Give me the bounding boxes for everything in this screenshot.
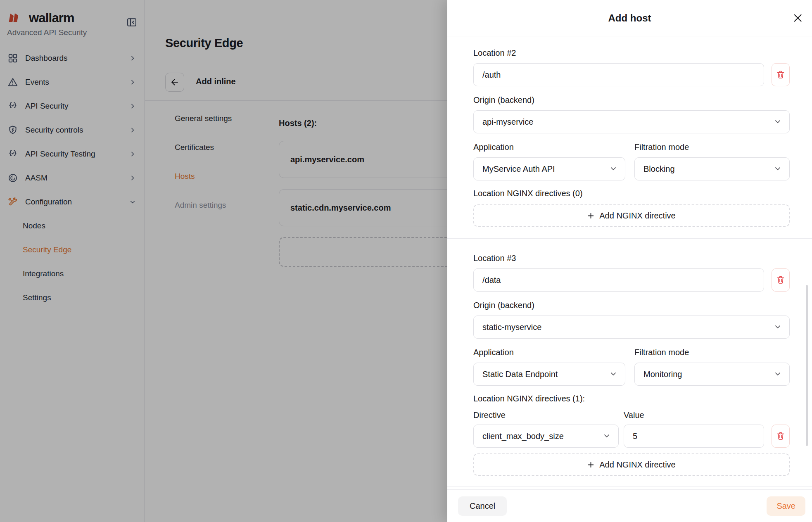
nginx-directives-label: Location NGINX directives (1): [473, 393, 790, 404]
chevron-down-icon [775, 120, 781, 124]
drawer-scrollbar-thumb[interactable] [806, 285, 808, 446]
chevron-down-icon [775, 167, 781, 171]
trash-icon [776, 431, 786, 441]
chevron-down-icon [610, 167, 616, 171]
add-nginx-directive-label: Add NGINX directive [599, 460, 676, 470]
add-nginx-directive-button[interactable]: Add NGINX directive [473, 204, 790, 227]
chevron-down-icon [775, 372, 781, 376]
section-divider [447, 486, 812, 487]
delete-location-3-button[interactable] [772, 268, 790, 292]
chevron-down-icon [610, 372, 616, 376]
filtration-mode-select[interactable]: Monitoring [634, 363, 790, 386]
origin-select[interactable]: static-myservice [473, 316, 790, 339]
nginx-directives-label: Location NGINX directives (0) [473, 188, 790, 199]
add-nginx-directive-button[interactable]: Add NGINX directive [473, 453, 790, 476]
trash-icon [776, 275, 786, 285]
application-label: Application [473, 142, 625, 152]
application-select-value: MyService Auth API [482, 164, 555, 174]
drawer-footer: Cancel Save [447, 489, 812, 522]
filtration-mode-select-value: Monitoring [643, 370, 682, 379]
origin-select-value: static-myservice [482, 323, 541, 332]
save-button[interactable]: Save [767, 496, 805, 516]
section-divider [447, 238, 812, 239]
location-2-path-input[interactable] [473, 63, 764, 86]
add-nginx-directive-label: Add NGINX directive [599, 211, 676, 221]
drawer-title: Add host [608, 12, 651, 24]
origin-label: Origin (backend) [473, 95, 790, 105]
directive-column-label: Directive [473, 410, 619, 420]
delete-directive-button[interactable] [772, 425, 790, 448]
application-label: Application [473, 347, 625, 358]
filtration-mode-select[interactable]: Blocking [634, 157, 790, 180]
add-host-drawer: Add host Location #2 Origin (backend) ap… [447, 0, 812, 522]
filtration-mode-label: Filtration mode [634, 347, 790, 358]
location-2-label: Location #2 [473, 47, 790, 58]
directive-value-input[interactable] [624, 425, 764, 448]
application-select-value: Static Data Endpoint [482, 370, 558, 379]
location-3-label: Location #3 [473, 253, 790, 263]
filtration-mode-select-value: Blocking [643, 164, 675, 174]
delete-location-2-button[interactable] [772, 63, 790, 86]
directive-select[interactable]: client_max_body_size [473, 425, 619, 448]
directive-select-value: client_max_body_size [482, 432, 564, 441]
value-column-label: Value [624, 410, 764, 420]
filtration-mode-label: Filtration mode [634, 142, 790, 152]
drawer-header: Add host [447, 0, 812, 36]
close-icon[interactable] [792, 12, 804, 24]
chevron-down-icon [604, 434, 610, 438]
plus-icon [587, 212, 594, 219]
origin-select[interactable]: api-myservice [473, 110, 790, 133]
trash-icon [776, 70, 786, 80]
application-select[interactable]: MyService Auth API [473, 157, 625, 180]
drawer-body: Location #2 Origin (backend) api-myservi… [447, 37, 812, 489]
location-3-path-input[interactable] [473, 268, 764, 292]
plus-icon [587, 461, 594, 468]
cancel-button[interactable]: Cancel [458, 496, 507, 516]
application-select[interactable]: Static Data Endpoint [473, 363, 625, 386]
origin-select-value: api-myservice [482, 117, 533, 127]
chevron-down-icon [775, 325, 781, 329]
origin-label: Origin (backend) [473, 300, 790, 311]
